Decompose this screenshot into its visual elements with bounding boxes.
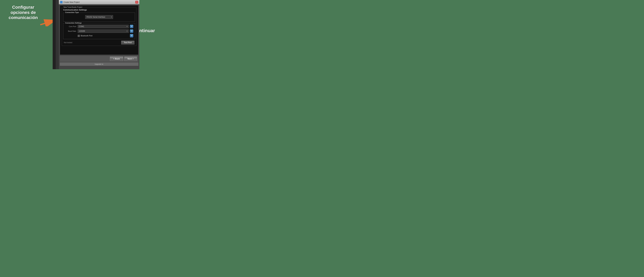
next-button[interactable]: Next > (124, 57, 137, 61)
comm-settings-heading: Communication Settings (63, 9, 135, 11)
com-port-help-button[interactable]: ? (130, 25, 133, 28)
not-tested-label: Not tested (64, 42, 121, 44)
bluetooth-row: Bluetooth Port ? (65, 34, 133, 38)
baud-rate-help-button[interactable]: ? (130, 30, 133, 33)
bluetooth-checkbox[interactable] (78, 35, 80, 37)
com-port-label: Com Port: (65, 26, 76, 28)
left-annotation: Configurar opciones de comunicación (3, 5, 43, 20)
connection-type-label: Connection Type (64, 12, 80, 13)
upgrade-text: Upgrade to: (94, 63, 104, 65)
app-icon (60, 1, 62, 4)
test-port-button[interactable]: Test Port (121, 41, 134, 44)
connection-type-select[interactable]: RS232 Serial Interface (85, 15, 113, 19)
bg-strip-inner (53, 0, 56, 69)
connection-settings-label: Connection Settings (64, 22, 82, 24)
bluetooth-label: Bluetooth Port (81, 35, 92, 37)
test-row: Not tested Test Port (63, 41, 135, 44)
com-port-select[interactable]: COM1 COM2 COM3 COM4 (78, 25, 129, 28)
dialog-content: New TunerStudio Project Communication Se… (60, 5, 138, 55)
bluetooth-help-button[interactable]: ? (130, 34, 133, 38)
com-port-row: Com Port: COM1 COM2 COM3 COM4 ? (65, 25, 133, 28)
title-bar: Create New Project ✕ (59, 0, 139, 4)
dialog-title: Create New Project (64, 1, 135, 3)
baud-rate-row: Baud Rate: 9600 19200 38400 57600 115200… (65, 30, 133, 33)
connection-settings-group: Connection Settings Com Port: COM1 COM2 … (63, 23, 135, 39)
baud-rate-label: Baud Rate: (65, 30, 76, 32)
section-label: New TunerStudio Project (63, 6, 83, 8)
connection-type-group: Connection Type RS232 Serial Interface (63, 12, 135, 22)
nav-buttons-bar: < Back Next > (60, 56, 138, 62)
baud-rate-select[interactable]: 9600 19200 38400 57600 115200 (78, 30, 129, 33)
dialog-window: Create New Project ✕ New TunerStudio Pro… (59, 0, 139, 69)
upgrade-bar: Upgrade to: (60, 62, 138, 66)
close-button[interactable]: ✕ (135, 1, 138, 4)
back-button[interactable]: < Back (110, 57, 123, 61)
